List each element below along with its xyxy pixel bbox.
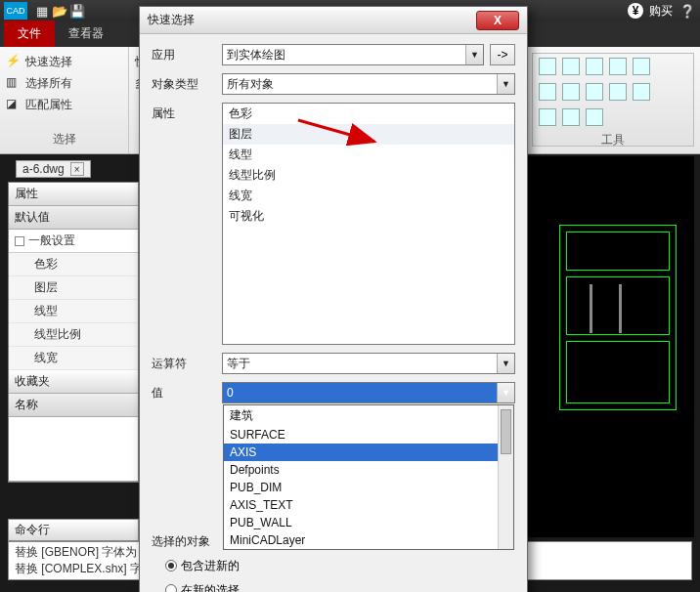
- value-dropdown: 建筑 SURFACE AXIS Defpoints PUB_DIM AXIS_T…: [223, 404, 514, 550]
- save-icon[interactable]: 💾: [68, 4, 86, 19]
- properties-general[interactable]: 一般设置: [9, 230, 138, 253]
- label-apply: 应用: [152, 44, 222, 63]
- select-all-icon: ▥: [6, 75, 22, 91]
- prop-item[interactable]: 线型: [9, 300, 138, 323]
- radio-include-label: 包含进新的: [181, 558, 240, 574]
- dropdown-option[interactable]: PUB_WALL: [224, 514, 513, 531]
- dropdown-option[interactable]: SURFACE: [224, 426, 513, 444]
- tab-file[interactable]: 文件: [4, 21, 55, 47]
- radio-replace[interactable]: [165, 584, 177, 592]
- objtype-combo[interactable]: 所有对象▼: [222, 73, 515, 95]
- properties-general-label: 一般设置: [28, 233, 75, 249]
- tool-icon[interactable]: [562, 83, 580, 101]
- value-combo[interactable]: 0 ▼ 建筑 SURFACE AXIS Defpoints PUB_DIM AX…: [222, 382, 515, 403]
- tool-icon[interactable]: [609, 58, 627, 75]
- list-item[interactable]: 色彩: [223, 104, 514, 124]
- command-line-title: 命令行: [8, 519, 139, 541]
- scrollbar[interactable]: [498, 405, 513, 549]
- app-logo: CAD: [4, 2, 27, 20]
- list-item[interactable]: 线型: [223, 145, 514, 165]
- document-tab-name: a-6.dwg: [22, 162, 65, 176]
- prop-item[interactable]: 色彩: [9, 253, 138, 276]
- list-item[interactable]: 线宽: [223, 186, 514, 206]
- list-item[interactable]: 可视化: [223, 206, 514, 227]
- chevron-down-icon: ▼: [497, 383, 514, 402]
- operator-combo-value: 等于: [227, 356, 250, 372]
- dropdown-option[interactable]: 建筑: [224, 405, 513, 426]
- document-tab[interactable]: a-6.dwg ×: [16, 160, 91, 178]
- radio-replace-label: 在新的选择: [181, 582, 240, 592]
- dropdown-option[interactable]: MiniCADLayer: [224, 531, 513, 549]
- bolt-icon: ⚡: [6, 54, 22, 69]
- label-objtype: 对象类型: [152, 73, 222, 93]
- tool-icon[interactable]: [633, 58, 650, 75]
- buy-link[interactable]: 购买: [649, 3, 673, 20]
- open-icon[interactable]: 📂: [51, 4, 68, 19]
- ribbon-quick-select-label: 快速选择: [25, 54, 72, 70]
- dropdown-option[interactable]: AXIS_TEXT: [224, 496, 513, 514]
- new-icon[interactable]: ▦: [33, 4, 51, 19]
- properties-title: 属性: [9, 183, 138, 206]
- ribbon-match-props-label: 匹配属性: [25, 97, 72, 113]
- dropdown-option[interactable]: AXIS: [224, 444, 513, 461]
- ribbon-tools: 工具: [532, 53, 694, 147]
- dropdown-option[interactable]: PUB_DIM: [224, 479, 513, 496]
- ribbon-select-all[interactable]: ▥选择所有: [6, 72, 122, 94]
- currency-icon: ¥: [628, 3, 643, 19]
- prop-item[interactable]: 线宽: [9, 347, 138, 370]
- radio-include[interactable]: [165, 560, 177, 571]
- properties-fav: 收藏夹: [9, 370, 138, 394]
- objtype-combo-value: 所有对象: [227, 76, 274, 93]
- tool-icon[interactable]: [562, 108, 580, 126]
- ribbon-group-select: 选择: [6, 129, 122, 149]
- chevron-down-icon: ▼: [497, 354, 514, 373]
- chevron-down-icon: ▼: [497, 74, 514, 94]
- chevron-down-icon: ▼: [465, 45, 483, 64]
- go-button[interactable]: ->: [490, 44, 515, 65]
- match-icon: ◪: [6, 97, 22, 112]
- ribbon-select-all-label: 选择所有: [25, 75, 72, 92]
- properties-blank: [9, 417, 138, 482]
- label-operator: 运算符: [152, 353, 222, 372]
- list-item[interactable]: 图层: [223, 124, 514, 145]
- dialog-titlebar[interactable]: 快速选择 X: [140, 7, 527, 34]
- ribbon-match-props[interactable]: ◪匹配属性: [6, 94, 122, 115]
- dialog-title: 快速选择: [148, 12, 195, 28]
- tool-icon[interactable]: [586, 83, 603, 101]
- attr-listbox[interactable]: 色彩 图层 线型 线型比例 线宽 可视化: [222, 103, 515, 345]
- close-button[interactable]: X: [476, 11, 519, 30]
- tool-icon[interactable]: [609, 83, 627, 101]
- tool-icon[interactable]: [562, 58, 580, 75]
- close-icon[interactable]: ×: [70, 162, 84, 176]
- list-item[interactable]: 线型比例: [223, 165, 514, 186]
- operator-combo[interactable]: 等于▼: [222, 353, 515, 374]
- tool-icon[interactable]: [539, 58, 556, 75]
- floorplan: [559, 225, 677, 410]
- tab-viewer[interactable]: 查看器: [55, 21, 117, 47]
- tool-icon[interactable]: [539, 108, 556, 126]
- label-attr: 属性: [152, 103, 222, 122]
- apply-combo-value: 到实体绘图: [227, 47, 285, 63]
- tool-icon[interactable]: [633, 83, 650, 101]
- label-value: 值: [152, 382, 222, 402]
- prop-item[interactable]: 线型比例: [9, 323, 138, 347]
- dropdown-option[interactable]: Defpoints: [224, 461, 513, 479]
- ribbon-group-tools: 工具: [533, 130, 693, 150]
- properties-panel: 属性 默认值 一般设置 色彩 图层 线型 线型比例 线宽 收藏夹 名称: [8, 182, 139, 483]
- scrollbar-thumb[interactable]: [501, 409, 511, 454]
- tool-icon[interactable]: [539, 83, 556, 101]
- help-icon[interactable]: ❔: [678, 4, 696, 19]
- tool-icon[interactable]: [586, 58, 603, 75]
- value-combo-value: 0: [227, 386, 234, 400]
- apply-combo[interactable]: 到实体绘图▼: [222, 44, 484, 65]
- minus-icon: [15, 236, 24, 246]
- tool-icon[interactable]: [586, 108, 603, 126]
- ribbon-quick-select[interactable]: ⚡快速选择: [6, 51, 122, 72]
- prop-item[interactable]: 图层: [9, 276, 138, 300]
- properties-name[interactable]: 名称: [9, 394, 138, 417]
- properties-default[interactable]: 默认值: [9, 206, 138, 230]
- quick-select-dialog: 快速选择 X 应用 到实体绘图▼ -> 对象类型 所有对象▼ 属性 色彩 图层 …: [139, 6, 528, 592]
